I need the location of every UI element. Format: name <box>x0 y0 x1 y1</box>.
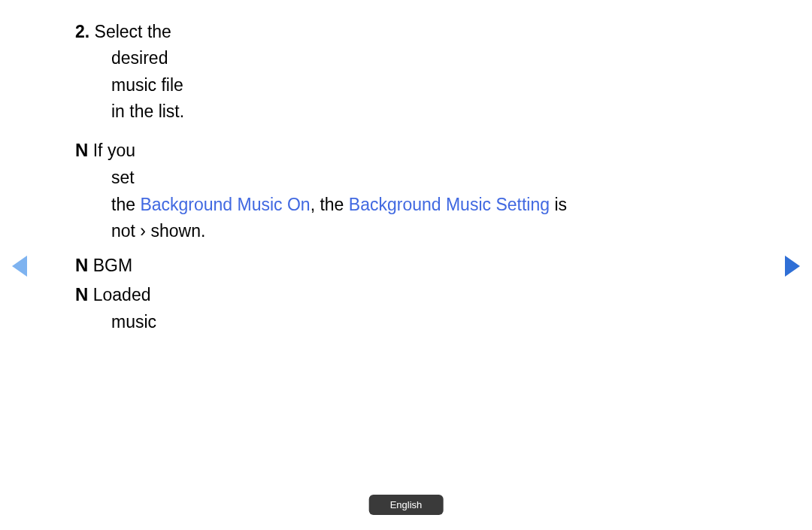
page-content: 2. Select the desired music file in the … <box>75 20 737 336</box>
note-letter-icon: N <box>75 255 88 275</box>
text-segment: the <box>147 22 171 41</box>
text-segment: . <box>201 221 205 241</box>
text-segment: › <box>135 221 150 241</box>
next-page-arrow-icon[interactable] <box>785 256 800 277</box>
text-segment: you <box>108 141 135 160</box>
text-segment: BGM <box>88 256 132 275</box>
step-line-4: in the list. <box>111 99 737 124</box>
note-letter-icon: N <box>75 284 88 304</box>
text-segment: is <box>550 195 567 214</box>
bgm-on-label: Background Music On <box>140 195 310 214</box>
bgm-setting-label: Background Music Setting <box>349 195 550 214</box>
text-and: , the <box>311 195 344 214</box>
prev-page-arrow-icon[interactable] <box>12 256 27 277</box>
note-letter-icon: N <box>75 140 88 160</box>
note3-line-1: N Loaded <box>75 282 737 308</box>
text-segment: not <box>111 221 135 241</box>
step-line-1: 2. Select the <box>75 20 737 44</box>
note1-line-2: set <box>111 165 737 190</box>
text-segment: the <box>111 195 135 214</box>
note1-line-3: the Background Music On, the Background … <box>111 192 737 217</box>
step-line-2: desired <box>111 46 737 71</box>
note1-line-4: not › shown. <box>111 219 737 244</box>
step-line-3: music file <box>111 73 737 98</box>
text-segment: If <box>88 141 108 160</box>
text-segment: shown <box>150 221 200 241</box>
text-segment: Select <box>89 22 147 41</box>
note1-line-1: N If you <box>75 138 737 164</box>
language-badge: English <box>369 495 444 515</box>
text-segment: Loaded <box>88 285 150 304</box>
note3-line-2: music <box>111 310 737 335</box>
step-number: 2. <box>75 22 89 41</box>
note2-line-1: N BGM <box>75 253 737 279</box>
